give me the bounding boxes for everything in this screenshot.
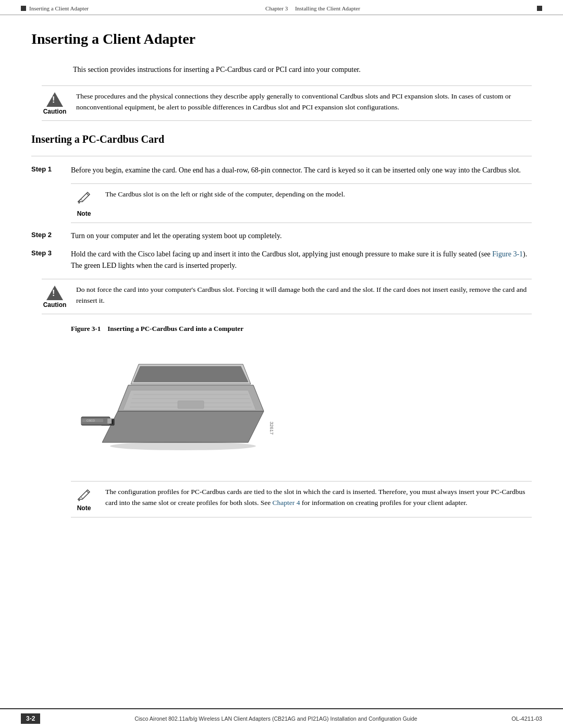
step-3-label: Step 3: [31, 249, 63, 257]
svg-marker-2: [102, 411, 264, 442]
svg-rect-18: [178, 401, 204, 409]
breadcrumb-text: Inserting a Client Adapter: [29, 5, 89, 11]
step-2-label: Step 2: [31, 230, 63, 239]
breadcrumb: Inserting a Client Adapter: [21, 5, 89, 11]
svg-text:CISCO: CISCO: [87, 419, 95, 422]
caution-text-1: These procedures and the physical connec…: [76, 91, 532, 113]
svg-point-19: [110, 442, 256, 450]
caution-triangle-icon-2: [46, 286, 63, 300]
figure-caption: Figure 3-1 Inserting a PC-Cardbus Card i…: [71, 325, 532, 333]
figure-id-text: 32617: [269, 422, 274, 435]
page-title: Inserting a Client Adapter: [31, 31, 532, 50]
figure-svg: CISCO 32617: [71, 338, 279, 468]
figure-title: Inserting a PC-Cardbus Card into a Compu…: [107, 325, 243, 332]
chapter-title: Installing the Client Adapter: [295, 5, 360, 11]
note-svg-icon-2: [76, 488, 92, 503]
step-3-text: Hold the card with the Cisco label facin…: [71, 249, 532, 271]
footer-doc-id: OL-4211-03: [511, 715, 542, 722]
figure-number: Figure 3-1: [71, 325, 101, 332]
svg-line-21: [81, 497, 83, 499]
step-3: Step 3 Hold the card with the Cisco labe…: [31, 249, 532, 271]
note-label-2: Note: [77, 504, 91, 512]
header-right: [537, 6, 542, 11]
note-pencil-icon-1: [76, 190, 92, 209]
caution-label-2: Caution: [43, 301, 67, 309]
chapter-4-link[interactable]: Chapter 4: [273, 499, 300, 507]
page-header: Inserting a Client Adapter Chapter 3 Ins…: [0, 0, 563, 15]
page-footer: 3-2 Cisco Aironet 802.11a/b/g Wireless L…: [0, 708, 563, 728]
caution-icon-2: Caution: [42, 285, 68, 309]
footer-page-number: 3-2: [21, 713, 40, 724]
note-block-1: Note The Cardbus slot is on the left or …: [71, 183, 532, 223]
note-text-2: The configuration profiles for PC-Cardbu…: [105, 487, 532, 509]
svg-rect-10: [107, 418, 112, 424]
caution-block-2: Caution Do not force the card into your …: [42, 279, 532, 314]
footer-center-text: Cisco Aironet 802.11a/b/g Wireless LAN C…: [134, 715, 417, 722]
caution-triangle-icon: [46, 92, 63, 107]
caution-text-2: Do not force the card into your computer…: [76, 285, 532, 306]
svg-marker-5: [133, 366, 248, 382]
note-svg-icon-1: [76, 190, 92, 206]
note-icon-area-2: Note: [71, 487, 97, 512]
step-1: Step 1 Before you begin, examine the car…: [31, 165, 532, 176]
header-right-icon: [537, 6, 542, 11]
figure-image-wrap: CISCO 32617: [71, 338, 279, 471]
caution-icon-1: Caution: [42, 91, 68, 115]
svg-line-1: [81, 199, 83, 201]
section-heading-1: Inserting a PC-Cardbus Card: [31, 133, 532, 147]
caution-label-1: Caution: [43, 108, 67, 115]
chapter-info: Chapter 3 Installing the Client Adapter: [265, 5, 360, 11]
header-square-icon: [21, 6, 26, 11]
intro-text: This section provides instructions for i…: [73, 64, 532, 75]
chapter-label: Chapter 3: [265, 5, 288, 11]
step-2: Step 2 Turn on your computer and let the…: [31, 230, 532, 242]
note-text-1: The Cardbus slot is on the left or right…: [105, 189, 345, 200]
figure-3-1-link[interactable]: Figure 3-1: [492, 250, 523, 258]
figure-3-1-container: Figure 3-1 Inserting a PC-Cardbus Card i…: [71, 325, 532, 471]
section-divider: [31, 156, 532, 156]
step-2-text: Turn on your computer and let the operat…: [71, 230, 532, 242]
note-label-1: Note: [77, 210, 91, 217]
main-content: Inserting a Client Adapter This section …: [0, 15, 563, 566]
step-1-label: Step 1: [31, 165, 63, 173]
note-block-2: Note The configuration profiles for PC-C…: [71, 481, 532, 517]
step-1-text: Before you begin, examine the card. One …: [71, 165, 532, 176]
svg-line-0: [87, 193, 89, 195]
caution-block-1: Caution These procedures and the physica…: [42, 85, 532, 121]
note-icon-area-1: Note: [71, 189, 97, 217]
svg-line-20: [87, 491, 89, 493]
